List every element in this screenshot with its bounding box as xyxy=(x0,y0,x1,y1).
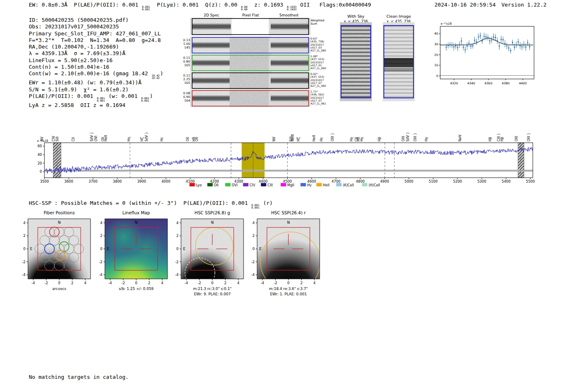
legend-swatch xyxy=(362,183,367,186)
svg-text:0: 0 xyxy=(287,281,289,285)
compass-north-label: N xyxy=(135,220,138,225)
legend-label: Hγ xyxy=(307,183,312,187)
svg-text:0: 0 xyxy=(436,74,438,78)
sky-panel-coords: x, y: 435, 736 xyxy=(337,19,374,23)
svg-text:4400: 4400 xyxy=(259,179,268,183)
info-line: ID: 5000420235 (5000420235.pdf) xyxy=(29,17,163,23)
svg-text:-2: -2 xyxy=(22,260,26,264)
info-line: Cont(w) = 2.10(±0.00)e-16 (gmag 18.42 18… xyxy=(29,70,163,79)
svg-text:3600: 3600 xyxy=(64,179,73,183)
emission-line-label: Hβ xyxy=(488,137,492,141)
stacked-uncertainty: 0.0010.001 xyxy=(142,6,150,11)
svg-text:4900: 4900 xyxy=(380,179,389,183)
legend-label: MgII xyxy=(287,183,294,187)
info-line: Primary Spec_Slot_IFU_AMP: 427_061_007_L… xyxy=(29,30,163,37)
svg-text:0: 0 xyxy=(58,281,60,285)
header-datetime: 2024-10-16 20:59:54 xyxy=(434,2,496,8)
sky-panel-title: Clean Image xyxy=(380,14,417,19)
emission-line-label: OIII } xyxy=(413,133,417,141)
cutout-title: Lineflux Map xyxy=(123,210,150,215)
svg-text:2: 2 xyxy=(148,281,150,285)
info-line: EWr = 1.10(±0.48) (w: 0.79(±0.34))Å xyxy=(29,79,163,86)
svg-text:-4: -4 xyxy=(22,273,26,277)
footer-line-1: No matching targets in catalog. xyxy=(29,374,129,380)
cutout-caption-2: EWr: 9. PLAE: 0.007 xyxy=(194,292,230,296)
svg-text:e⁻¹⁷x2Å: e⁻¹⁷x2Å xyxy=(441,22,452,26)
cutout-fibers: NE-4-2024420-2-4Fiber Positionsarcsecs xyxy=(17,209,100,297)
emission-line-label: SiIV } xyxy=(90,132,94,141)
svg-text:-4: -4 xyxy=(109,281,112,285)
svg-text:-4: -4 xyxy=(32,281,35,285)
emission-line-label: OIII } xyxy=(331,133,334,141)
svg-text:0: 0 xyxy=(23,247,26,251)
info-line: RA,Dec (10.200470,-1.192669) xyxy=(29,44,163,50)
spec2d-row-meta: 0.92*(437, 553)20231017v017_07427_LL_060 xyxy=(311,72,326,87)
spec2d-row-meta: 0.63"(435, 736)20231017v017_03427_LL_080 xyxy=(311,37,326,52)
svg-text:4500: 4500 xyxy=(283,179,292,183)
svg-text:2: 2 xyxy=(253,234,255,238)
svg-text:40: 40 xyxy=(434,32,438,35)
stacked-uncertainty: 0.16930.1693 xyxy=(287,6,296,11)
spec2d-row-scale: 0.080.90164 xyxy=(182,91,190,102)
info-line: LineFlux = 5.90(±2.50)e-16 xyxy=(29,57,163,64)
svg-text:4: 4 xyxy=(237,281,239,285)
detection-info-block: ID: 5000420235 (5000420235.pdf)Obs: 2023… xyxy=(29,17,163,109)
cutout-title: HSC SSP(26.8) g xyxy=(195,210,230,215)
svg-text:10: 10 xyxy=(434,63,438,67)
spec2d-row xyxy=(192,55,309,71)
compass-east-label: E xyxy=(30,247,33,251)
svg-text:-4: -4 xyxy=(99,273,102,277)
emission-line-label: OII xyxy=(186,137,190,141)
legend-label: CIV xyxy=(250,183,255,187)
svg-text:2: 2 xyxy=(100,234,102,238)
spectrum-line xyxy=(44,147,533,173)
info-line: Cont(n) = 1.50(±0.04)e-16 xyxy=(29,64,163,70)
legend-swatch xyxy=(207,183,213,186)
svg-text:20: 20 xyxy=(434,53,438,57)
emission-line-label: Hγ xyxy=(425,137,428,141)
legend-label: OVI xyxy=(232,183,237,187)
info-line: λ = 4359.13Å σ = 7.69(±3.39)Å xyxy=(29,50,163,57)
legend-label: HeII xyxy=(323,183,330,187)
legend-swatch xyxy=(243,183,249,186)
emission-line-label: SiIV } xyxy=(145,132,149,141)
svg-text:4000: 4000 xyxy=(161,179,170,183)
spec2d-row xyxy=(192,90,309,107)
cutout-img_r: NE-4-2024420-2-4HSC SSP(26.4) rm:18.4 re… xyxy=(246,209,329,297)
with-sky-panel xyxy=(341,25,371,98)
svg-text:4: 4 xyxy=(100,221,102,225)
spec2d-row-meta: 1.08*(437, 553)20231017v017_01427_LL_060 xyxy=(311,55,326,70)
compass-north-label: N xyxy=(287,220,290,225)
weighted-sum-label: WeightedSum xyxy=(311,19,324,26)
svg-text:4: 4 xyxy=(161,281,163,285)
svg-text:5100: 5100 xyxy=(429,179,438,183)
emission-line-label: OIII } xyxy=(527,133,531,141)
svg-text:0: 0 xyxy=(100,247,102,251)
svg-text:4: 4 xyxy=(177,221,179,225)
clean-image-panel xyxy=(383,25,414,98)
stacked-uncertainty: 18.4218.42 xyxy=(151,74,160,79)
svg-text:4380: 4380 xyxy=(502,81,509,85)
stacked-uncertainty: 0.0010.001 xyxy=(141,97,149,102)
legend-swatch xyxy=(316,183,322,186)
svg-text:-2: -2 xyxy=(121,281,125,285)
emission-line-label: NeIII xyxy=(291,134,295,141)
emission-line-label: CIV xyxy=(52,136,56,141)
svg-text:4: 4 xyxy=(253,221,255,225)
cutout-caption-2: EWr: 1. PLAE: 0.001 xyxy=(270,292,307,296)
header-version: Version 1.22.2 xyxy=(502,2,547,8)
full-spectrum-plot: 3500360037003800390040004100420043004400… xyxy=(36,109,541,191)
svg-text:-2: -2 xyxy=(197,281,201,285)
legend-swatch xyxy=(261,183,266,186)
sky-panel-coords: x, y: 435, 736 xyxy=(380,19,417,23)
emission-line-label: NV xyxy=(40,137,44,141)
spec2d-row xyxy=(192,18,309,35)
svg-text:0: 0 xyxy=(253,247,255,251)
emission-line-label: CII xyxy=(72,137,75,141)
legend-swatch xyxy=(336,183,341,186)
svg-text:4200: 4200 xyxy=(210,179,219,183)
legend-swatch xyxy=(190,183,195,186)
header-datetime-version: 2024-10-16 20:59:54Version 1.22.2 xyxy=(434,2,546,8)
emission-line-label: OIII xyxy=(515,136,518,141)
emission-line-label: SiII xyxy=(56,137,59,141)
